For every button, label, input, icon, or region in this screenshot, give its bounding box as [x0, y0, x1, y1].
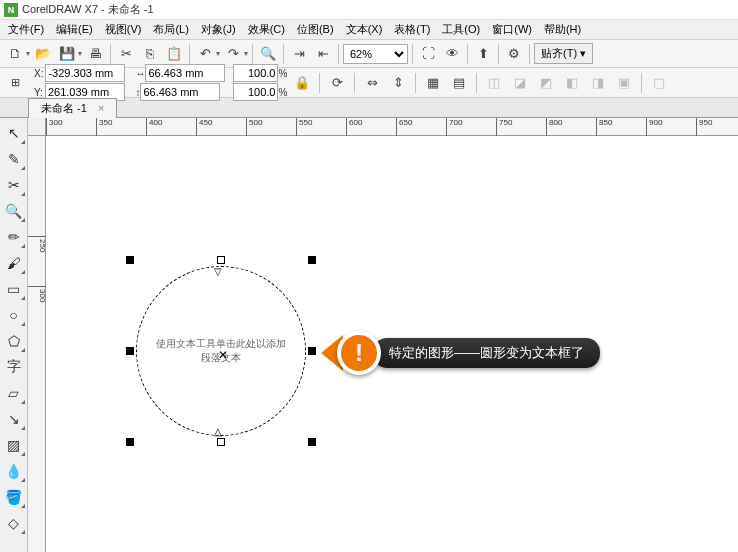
- menu-table[interactable]: 表格(T): [388, 20, 436, 39]
- menu-help[interactable]: 帮助(H): [538, 20, 587, 39]
- import-button[interactable]: ⇥: [288, 43, 310, 65]
- close-tab-icon[interactable]: ×: [98, 102, 104, 114]
- rectangle-tool[interactable]: ▭: [2, 277, 26, 301]
- mirror-v-button[interactable]: ⇕: [387, 72, 409, 94]
- snap-button[interactable]: 贴齐(T) ▾: [534, 43, 593, 64]
- new-button[interactable]: 🗋: [4, 43, 26, 65]
- zoom-tool[interactable]: 🔍: [2, 199, 26, 223]
- parallel-tool[interactable]: ▱: [2, 381, 26, 405]
- ruler-origin[interactable]: [28, 118, 46, 136]
- handle-tl[interactable]: [126, 256, 134, 264]
- annotation-callout: ! 特定的图形——圆形变为文本框了: [321, 331, 600, 375]
- handle-mr[interactable]: [308, 347, 316, 355]
- callout-badge: !: [337, 331, 381, 375]
- grid-icon[interactable]: ⊞: [4, 72, 26, 94]
- ellipse-tool[interactable]: ○: [2, 303, 26, 327]
- trim-button[interactable]: ◪: [509, 72, 531, 94]
- rotate-button[interactable]: ⟳: [326, 72, 348, 94]
- eyedropper-tool[interactable]: 💧: [2, 459, 26, 483]
- shape-tool[interactable]: ✎: [2, 147, 26, 171]
- cut-button[interactable]: ✂: [115, 43, 137, 65]
- ruler-horizontal[interactable]: 300 350 400 450 500 550 600 650 700 750 …: [46, 118, 738, 136]
- text-tool[interactable]: 字: [2, 355, 26, 379]
- title-bar: N CorelDRAW X7 - 未命名 -1: [0, 0, 738, 20]
- menu-bar: 文件(F) 编辑(E) 视图(V) 布局(L) 对象(J) 效果(C) 位图(B…: [0, 20, 738, 40]
- undo-button[interactable]: ↶: [194, 43, 216, 65]
- rotate-bottom-icon[interactable]: △: [214, 426, 222, 437]
- outline-tool[interactable]: ◇: [2, 511, 26, 535]
- effects-tool[interactable]: ▨: [2, 433, 26, 457]
- ruler-vertical[interactable]: 250 300: [28, 136, 46, 552]
- lock-ratio-button[interactable]: 🔒: [291, 72, 313, 94]
- paste-button[interactable]: 📋: [163, 43, 185, 65]
- redo-button[interactable]: ↷: [222, 43, 244, 65]
- options-button[interactable]: ⚙: [503, 43, 525, 65]
- open-button[interactable]: 📂: [32, 43, 54, 65]
- callout-text: 特定的图形——圆形变为文本框了: [373, 338, 600, 368]
- window-title: CorelDRAW X7 - 未命名 -1: [22, 2, 154, 17]
- toolbox: ↖ ✎ ✂ 🔍 ✏ 🖌 ▭ ○ ⬠ 字 ▱ ↘ ▨ 💧 🪣 ◇: [0, 118, 28, 552]
- menu-file[interactable]: 文件(F): [2, 20, 50, 39]
- menu-effect[interactable]: 效果(C): [242, 20, 291, 39]
- doc-tab-1[interactable]: 未命名 -1 ×: [28, 98, 117, 118]
- menu-view[interactable]: 视图(V): [99, 20, 148, 39]
- preview-button[interactable]: 👁: [441, 43, 463, 65]
- scale-y-input[interactable]: [233, 83, 278, 101]
- handle-ml[interactable]: [126, 347, 134, 355]
- handle-tr[interactable]: [308, 256, 316, 264]
- pick-tool[interactable]: ↖: [2, 121, 26, 145]
- handle-bl[interactable]: [126, 438, 134, 446]
- workspace: ↖ ✎ ✂ 🔍 ✏ 🖌 ▭ ○ ⬠ 字 ▱ ↘ ▨ 💧 🪣 ◇ 300 350 …: [0, 118, 738, 552]
- align-button[interactable]: ▦: [422, 72, 444, 94]
- scale-x-input[interactable]: [233, 64, 278, 82]
- artistic-tool[interactable]: 🖌: [2, 251, 26, 275]
- doc-tab-label: 未命名 -1: [41, 102, 87, 114]
- zoom-select[interactable]: 62%: [343, 44, 408, 64]
- app-logo: N: [4, 3, 18, 17]
- menu-edit[interactable]: 编辑(E): [50, 20, 99, 39]
- crop-tool[interactable]: ✂: [2, 173, 26, 197]
- handle-br[interactable]: [308, 438, 316, 446]
- copy-button[interactable]: ⎘: [139, 43, 161, 65]
- fill-tool[interactable]: 🪣: [2, 485, 26, 509]
- freehand-tool[interactable]: ✏: [2, 225, 26, 249]
- front-minus-button[interactable]: ◨: [587, 72, 609, 94]
- polygon-tool[interactable]: ⬠: [2, 329, 26, 353]
- exclamation-icon: !: [355, 339, 363, 367]
- menu-text[interactable]: 文本(X): [340, 20, 389, 39]
- canvas-area[interactable]: 300 350 400 450 500 550 600 650 700 750 …: [28, 118, 738, 552]
- menu-window[interactable]: 窗口(W): [486, 20, 538, 39]
- toolbar-property: ⊞ X: Y: ↔ ↕ % % 🔒 ⟳ ⇔ ⇕ ▦ ▤ ◫ ◪ ◩ ◧ ◨ ▣ …: [0, 68, 738, 98]
- x-input[interactable]: [45, 64, 125, 82]
- search-button[interactable]: 🔍: [257, 43, 279, 65]
- document-tabs: 未命名 -1 ×: [0, 98, 738, 118]
- fullscreen-button[interactable]: ⛶: [417, 43, 439, 65]
- back-minus-button[interactable]: ▣: [613, 72, 635, 94]
- center-marker-icon: ✕: [218, 348, 228, 362]
- height-input[interactable]: [140, 83, 220, 101]
- save-button[interactable]: 💾: [56, 43, 78, 65]
- connector-tool[interactable]: ↘: [2, 407, 26, 431]
- rotate-top-icon[interactable]: ▽: [214, 266, 222, 277]
- menu-layout[interactable]: 布局(L): [147, 20, 194, 39]
- menu-bitmap[interactable]: 位图(B): [291, 20, 340, 39]
- publish-button[interactable]: ⬆: [472, 43, 494, 65]
- menu-object[interactable]: 对象(J): [195, 20, 242, 39]
- print-button[interactable]: 🖶: [84, 43, 106, 65]
- handle-bc[interactable]: [217, 438, 225, 446]
- menu-tools[interactable]: 工具(O): [436, 20, 486, 39]
- intersect-button[interactable]: ◩: [535, 72, 557, 94]
- simplify-button[interactable]: ◧: [561, 72, 583, 94]
- width-input[interactable]: [145, 64, 225, 82]
- page[interactable]: 使用文本工具单击此处以添加 段落文本 ▽ △ ✕ ! 特定的图形——: [46, 136, 738, 552]
- handle-tc[interactable]: [217, 256, 225, 264]
- order-button[interactable]: ▤: [448, 72, 470, 94]
- mirror-h-button[interactable]: ⇔: [361, 72, 383, 94]
- boundary-button[interactable]: ▢: [648, 72, 670, 94]
- weld-button[interactable]: ◫: [483, 72, 505, 94]
- export-button[interactable]: ⇤: [312, 43, 334, 65]
